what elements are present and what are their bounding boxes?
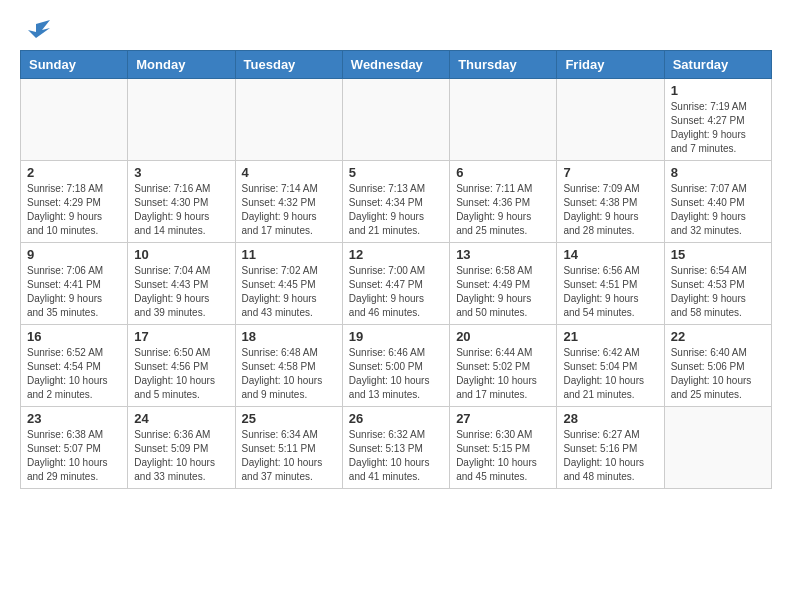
- day-info: Sunrise: 7:00 AM Sunset: 4:47 PM Dayligh…: [349, 264, 443, 320]
- day-info: Sunrise: 6:48 AM Sunset: 4:58 PM Dayligh…: [242, 346, 336, 402]
- calendar-cell: [557, 79, 664, 161]
- day-number: 10: [134, 247, 228, 262]
- day-of-week-sunday: Sunday: [21, 51, 128, 79]
- day-info: Sunrise: 7:07 AM Sunset: 4:40 PM Dayligh…: [671, 182, 765, 238]
- calendar-cell: [342, 79, 449, 161]
- calendar-cell: 1Sunrise: 7:19 AM Sunset: 4:27 PM Daylig…: [664, 79, 771, 161]
- day-number: 9: [27, 247, 121, 262]
- calendar-cell: 9Sunrise: 7:06 AM Sunset: 4:41 PM Daylig…: [21, 243, 128, 325]
- day-info: Sunrise: 6:50 AM Sunset: 4:56 PM Dayligh…: [134, 346, 228, 402]
- logo-bird-icon: [22, 20, 50, 42]
- day-number: 23: [27, 411, 121, 426]
- day-number: 15: [671, 247, 765, 262]
- calendar-cell: 2Sunrise: 7:18 AM Sunset: 4:29 PM Daylig…: [21, 161, 128, 243]
- day-info: Sunrise: 6:44 AM Sunset: 5:02 PM Dayligh…: [456, 346, 550, 402]
- calendar-week-0: 1Sunrise: 7:19 AM Sunset: 4:27 PM Daylig…: [21, 79, 772, 161]
- day-info: Sunrise: 6:56 AM Sunset: 4:51 PM Dayligh…: [563, 264, 657, 320]
- day-info: Sunrise: 7:09 AM Sunset: 4:38 PM Dayligh…: [563, 182, 657, 238]
- calendar-cell: 8Sunrise: 7:07 AM Sunset: 4:40 PM Daylig…: [664, 161, 771, 243]
- day-info: Sunrise: 6:32 AM Sunset: 5:13 PM Dayligh…: [349, 428, 443, 484]
- day-of-week-friday: Friday: [557, 51, 664, 79]
- calendar-cell: 22Sunrise: 6:40 AM Sunset: 5:06 PM Dayli…: [664, 325, 771, 407]
- day-number: 24: [134, 411, 228, 426]
- day-number: 16: [27, 329, 121, 344]
- calendar-cell: 27Sunrise: 6:30 AM Sunset: 5:15 PM Dayli…: [450, 407, 557, 489]
- calendar-cell: [450, 79, 557, 161]
- day-info: Sunrise: 6:36 AM Sunset: 5:09 PM Dayligh…: [134, 428, 228, 484]
- day-info: Sunrise: 7:04 AM Sunset: 4:43 PM Dayligh…: [134, 264, 228, 320]
- day-number: 4: [242, 165, 336, 180]
- day-info: Sunrise: 6:42 AM Sunset: 5:04 PM Dayligh…: [563, 346, 657, 402]
- day-number: 21: [563, 329, 657, 344]
- day-number: 17: [134, 329, 228, 344]
- day-number: 27: [456, 411, 550, 426]
- day-info: Sunrise: 6:38 AM Sunset: 5:07 PM Dayligh…: [27, 428, 121, 484]
- day-number: 2: [27, 165, 121, 180]
- day-info: Sunrise: 7:11 AM Sunset: 4:36 PM Dayligh…: [456, 182, 550, 238]
- calendar-cell: 26Sunrise: 6:32 AM Sunset: 5:13 PM Dayli…: [342, 407, 449, 489]
- day-of-week-monday: Monday: [128, 51, 235, 79]
- calendar-week-2: 9Sunrise: 7:06 AM Sunset: 4:41 PM Daylig…: [21, 243, 772, 325]
- calendar-week-1: 2Sunrise: 7:18 AM Sunset: 4:29 PM Daylig…: [21, 161, 772, 243]
- day-number: 18: [242, 329, 336, 344]
- calendar-cell: 7Sunrise: 7:09 AM Sunset: 4:38 PM Daylig…: [557, 161, 664, 243]
- day-info: Sunrise: 6:30 AM Sunset: 5:15 PM Dayligh…: [456, 428, 550, 484]
- page-header: [20, 20, 772, 42]
- calendar-cell: 4Sunrise: 7:14 AM Sunset: 4:32 PM Daylig…: [235, 161, 342, 243]
- day-of-week-thursday: Thursday: [450, 51, 557, 79]
- day-info: Sunrise: 7:13 AM Sunset: 4:34 PM Dayligh…: [349, 182, 443, 238]
- day-number: 12: [349, 247, 443, 262]
- calendar-cell: [664, 407, 771, 489]
- day-info: Sunrise: 7:14 AM Sunset: 4:32 PM Dayligh…: [242, 182, 336, 238]
- calendar-cell: [128, 79, 235, 161]
- day-info: Sunrise: 6:54 AM Sunset: 4:53 PM Dayligh…: [671, 264, 765, 320]
- day-info: Sunrise: 6:52 AM Sunset: 4:54 PM Dayligh…: [27, 346, 121, 402]
- day-number: 3: [134, 165, 228, 180]
- day-number: 22: [671, 329, 765, 344]
- day-info: Sunrise: 7:02 AM Sunset: 4:45 PM Dayligh…: [242, 264, 336, 320]
- calendar-cell: [235, 79, 342, 161]
- calendar-cell: 13Sunrise: 6:58 AM Sunset: 4:49 PM Dayli…: [450, 243, 557, 325]
- day-number: 19: [349, 329, 443, 344]
- calendar-cell: 14Sunrise: 6:56 AM Sunset: 4:51 PM Dayli…: [557, 243, 664, 325]
- day-number: 5: [349, 165, 443, 180]
- calendar-cell: 24Sunrise: 6:36 AM Sunset: 5:09 PM Dayli…: [128, 407, 235, 489]
- day-number: 26: [349, 411, 443, 426]
- day-info: Sunrise: 6:46 AM Sunset: 5:00 PM Dayligh…: [349, 346, 443, 402]
- day-number: 14: [563, 247, 657, 262]
- day-number: 6: [456, 165, 550, 180]
- day-number: 20: [456, 329, 550, 344]
- day-info: Sunrise: 7:19 AM Sunset: 4:27 PM Dayligh…: [671, 100, 765, 156]
- day-number: 7: [563, 165, 657, 180]
- day-number: 28: [563, 411, 657, 426]
- day-info: Sunrise: 7:06 AM Sunset: 4:41 PM Dayligh…: [27, 264, 121, 320]
- calendar-cell: [21, 79, 128, 161]
- calendar-table: SundayMondayTuesdayWednesdayThursdayFrid…: [20, 50, 772, 489]
- calendar-cell: 15Sunrise: 6:54 AM Sunset: 4:53 PM Dayli…: [664, 243, 771, 325]
- day-info: Sunrise: 6:34 AM Sunset: 5:11 PM Dayligh…: [242, 428, 336, 484]
- day-number: 13: [456, 247, 550, 262]
- day-number: 8: [671, 165, 765, 180]
- calendar-cell: 28Sunrise: 6:27 AM Sunset: 5:16 PM Dayli…: [557, 407, 664, 489]
- day-of-week-saturday: Saturday: [664, 51, 771, 79]
- calendar-cell: 23Sunrise: 6:38 AM Sunset: 5:07 PM Dayli…: [21, 407, 128, 489]
- day-of-week-wednesday: Wednesday: [342, 51, 449, 79]
- logo: [20, 20, 50, 42]
- calendar-cell: 18Sunrise: 6:48 AM Sunset: 4:58 PM Dayli…: [235, 325, 342, 407]
- day-info: Sunrise: 7:18 AM Sunset: 4:29 PM Dayligh…: [27, 182, 121, 238]
- calendar-cell: 25Sunrise: 6:34 AM Sunset: 5:11 PM Dayli…: [235, 407, 342, 489]
- calendar-cell: 11Sunrise: 7:02 AM Sunset: 4:45 PM Dayli…: [235, 243, 342, 325]
- calendar-cell: 10Sunrise: 7:04 AM Sunset: 4:43 PM Dayli…: [128, 243, 235, 325]
- calendar-cell: 20Sunrise: 6:44 AM Sunset: 5:02 PM Dayli…: [450, 325, 557, 407]
- calendar-cell: 12Sunrise: 7:00 AM Sunset: 4:47 PM Dayli…: [342, 243, 449, 325]
- day-info: Sunrise: 6:58 AM Sunset: 4:49 PM Dayligh…: [456, 264, 550, 320]
- day-number: 11: [242, 247, 336, 262]
- day-of-week-tuesday: Tuesday: [235, 51, 342, 79]
- calendar-cell: 16Sunrise: 6:52 AM Sunset: 4:54 PM Dayli…: [21, 325, 128, 407]
- calendar-week-4: 23Sunrise: 6:38 AM Sunset: 5:07 PM Dayli…: [21, 407, 772, 489]
- day-number: 1: [671, 83, 765, 98]
- calendar-cell: 5Sunrise: 7:13 AM Sunset: 4:34 PM Daylig…: [342, 161, 449, 243]
- calendar-week-3: 16Sunrise: 6:52 AM Sunset: 4:54 PM Dayli…: [21, 325, 772, 407]
- calendar-cell: 19Sunrise: 6:46 AM Sunset: 5:00 PM Dayli…: [342, 325, 449, 407]
- day-info: Sunrise: 7:16 AM Sunset: 4:30 PM Dayligh…: [134, 182, 228, 238]
